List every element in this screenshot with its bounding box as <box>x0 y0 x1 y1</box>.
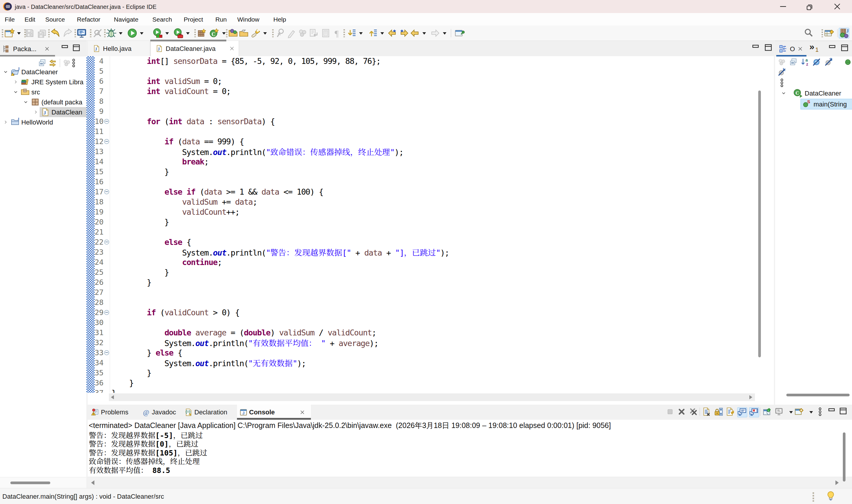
pin-console-button[interactable] <box>763 407 773 417</box>
console-vscrollbar-thumb[interactable] <box>843 432 846 482</box>
tree-item-datacleaner[interactable]: J!DataCleaner <box>0 67 86 77</box>
search-torch-dropdown[interactable] <box>263 32 267 35</box>
show-stdout-when-changed-button[interactable] <box>737 407 747 417</box>
tree-item-jre-system-libra[interactable]: JRE System Libra <box>0 77 86 87</box>
hide-static-button[interactable]: S <box>824 58 833 67</box>
statusbar-overflow[interactable] <box>808 491 819 502</box>
menu-navigate[interactable]: Navigate <box>114 13 139 25</box>
open-console-dropdown[interactable] <box>810 411 813 414</box>
next-annotation-dropdown[interactable] <box>359 32 363 35</box>
tree-item--default-packa[interactable]: (default packa <box>0 97 86 107</box>
show-source-button[interactable] <box>321 28 331 38</box>
chevron-right[interactable] <box>3 120 8 125</box>
package-explorer-maximize[interactable] <box>72 44 81 53</box>
chevron-right[interactable] <box>13 79 18 85</box>
new-wizard-button[interactable] <box>4 28 15 38</box>
editor-maximize[interactable] <box>764 44 773 53</box>
show-stderr-when-changed-button[interactable] <box>749 407 759 417</box>
tree-item-dataclean[interactable]: JDataClean <box>0 107 86 117</box>
coverage-button[interactable] <box>153 28 163 38</box>
view-menu-button[interactable] <box>816 407 826 417</box>
hscroll-right-arrow[interactable] <box>835 480 839 485</box>
pin-editor-button[interactable] <box>455 28 465 38</box>
view-overflow-chevrons[interactable]: » <box>810 42 814 52</box>
chevron-down[interactable] <box>23 100 29 105</box>
menu-project[interactable]: Project <box>184 13 203 25</box>
show-whitespace-button[interactable]: ¶ <box>332 28 342 38</box>
chevron-right[interactable] <box>33 109 38 115</box>
fold-collapse-marker[interactable] <box>104 350 109 355</box>
editor-minimize[interactable] <box>751 44 760 53</box>
run-button[interactable] <box>127 28 137 38</box>
terminate-button[interactable] <box>666 407 676 417</box>
back-dropdown[interactable] <box>422 32 426 35</box>
open-type-button[interactable] <box>229 28 238 38</box>
profile-dropdown[interactable] <box>186 32 189 35</box>
menu-search[interactable]: Search <box>152 13 172 25</box>
collapse-all-button[interactable] <box>789 58 798 67</box>
back-to-datacleaner-button[interactable] <box>387 28 397 38</box>
chevron-down[interactable] <box>13 89 18 95</box>
view-menu-button[interactable] <box>777 78 786 87</box>
outline-minimize[interactable] <box>828 44 837 53</box>
fold-collapse-marker[interactable] <box>104 239 109 245</box>
save-all-button[interactable] <box>37 28 47 38</box>
package-explorer-tab-close[interactable] <box>44 46 50 52</box>
editor-tab-datacleaner-java[interactable]: JDataCleaner.java <box>150 41 239 56</box>
sort-button[interactable]: az <box>800 58 810 67</box>
outline-tab[interactable]: O <box>776 41 806 56</box>
redo-button[interactable] <box>63 28 73 38</box>
debug-button[interactable] <box>106 28 116 38</box>
undo-button[interactable] <box>50 28 60 38</box>
scroll-lock-button[interactable] <box>714 407 724 417</box>
outline-item-main-string[interactable]: Smain(String <box>775 99 852 110</box>
console-hscrollbar[interactable] <box>88 477 852 488</box>
profile-button[interactable] <box>174 28 183 38</box>
minimize-button[interactable] <box>774 0 792 13</box>
package-explorer-tab[interactable]: Packa... <box>0 41 55 56</box>
menu-run[interactable]: Run <box>215 13 227 25</box>
coverage-dropdown[interactable] <box>165 32 169 35</box>
outline-hscrollbar-thumb[interactable] <box>786 394 850 396</box>
save-button[interactable] <box>24 28 35 38</box>
minimize-view-button[interactable] <box>827 407 837 417</box>
outline-tab-close[interactable] <box>797 46 803 52</box>
hscroll-left-arrow[interactable] <box>91 480 94 485</box>
hscroll-left-arrow[interactable] <box>111 395 114 399</box>
last-edit-button[interactable] <box>308 28 318 38</box>
hide-fields-button[interactable]: F <box>812 58 821 67</box>
fold-collapse-marker[interactable] <box>104 310 109 315</box>
open-resource-button[interactable] <box>239 28 249 38</box>
open-console-view-button[interactable] <box>77 28 87 38</box>
editor-hscrollbar[interactable] <box>109 393 755 401</box>
open-console-button[interactable] <box>795 407 805 417</box>
search-torch-button[interactable] <box>251 28 261 38</box>
package-explorer-minimize[interactable] <box>60 44 69 53</box>
menu-file[interactable]: File <box>5 13 15 25</box>
statusbar-lightbulb[interactable] <box>826 491 836 501</box>
back-button[interactable] <box>410 28 420 38</box>
restore-button[interactable] <box>801 0 819 13</box>
tree-item-helloworld[interactable]: JHelloWorld <box>0 117 86 127</box>
clear-console-button[interactable] <box>702 407 712 417</box>
editor-tab-hello-java[interactable]: JHello.java <box>88 41 150 56</box>
new-java-class-button[interactable]: C <box>210 28 219 38</box>
scrollbar-thumb[interactable] <box>10 482 50 484</box>
hide-local-types-button[interactable]: L <box>777 68 786 77</box>
display-console-dropdown[interactable] <box>789 411 793 414</box>
editor-tab-close[interactable] <box>229 45 235 52</box>
remove-all-launches-button[interactable] <box>689 407 699 417</box>
console-output[interactable]: 警告：发现越界数据[-5]，已跳过警告：发现越界数据[0]，已跳过警告：发现越界… <box>89 431 840 477</box>
java-perspective-button[interactable]: J <box>839 28 849 38</box>
fold-collapse-marker[interactable] <box>104 119 109 124</box>
previous-annotation-dropdown[interactable] <box>380 32 384 35</box>
menu-window[interactable]: Window <box>237 13 259 25</box>
team-sync-button[interactable] <box>297 28 308 38</box>
debug-dropdown[interactable] <box>119 32 123 35</box>
word-wrap-button[interactable] <box>726 407 736 417</box>
new-wizard-dropdown[interactable] <box>17 32 21 35</box>
hscroll-right-arrow[interactable] <box>749 395 752 399</box>
chevron-down[interactable] <box>3 69 8 74</box>
outline-item-datacleaner[interactable]: CDataCleaner <box>775 88 852 99</box>
search-button[interactable] <box>804 28 814 38</box>
